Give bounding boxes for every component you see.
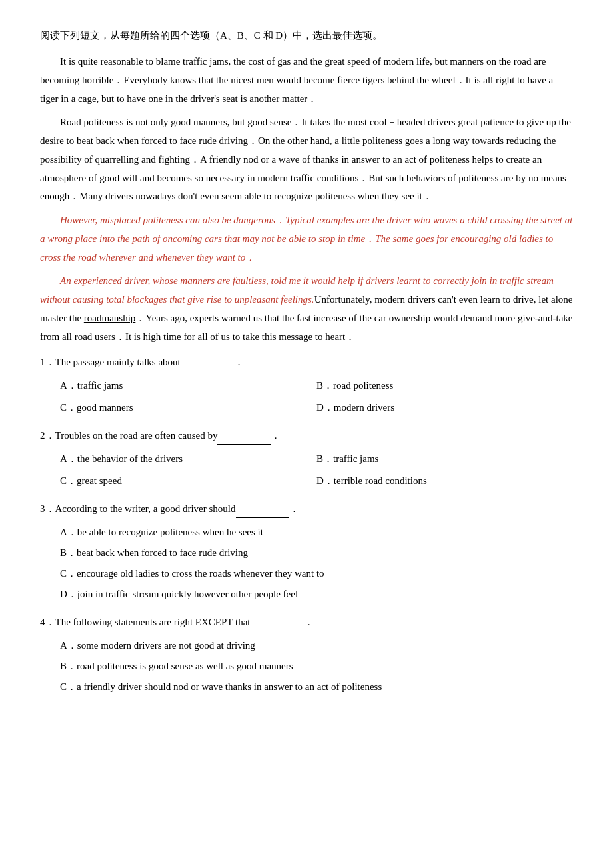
paragraph-4-underline: roadmanship bbox=[84, 313, 135, 323]
question-2-stem: 2．Troubles on the road are often caused … bbox=[40, 426, 573, 445]
question-1-option-c[interactable]: C．good manners bbox=[60, 397, 316, 418]
question-3-option-a[interactable]: A．be able to recognize politeness when h… bbox=[60, 522, 573, 543]
question-4-option-a[interactable]: A．some modern drivers are not good at dr… bbox=[60, 635, 573, 656]
paragraph-4: An experienced driver, whose manners are… bbox=[40, 272, 573, 346]
question-4-options: A．some modern drivers are not good at dr… bbox=[60, 635, 573, 697]
question-1-blank bbox=[181, 353, 234, 371]
question-2: 2．Troubles on the road are often caused … bbox=[40, 426, 573, 491]
question-4-option-b[interactable]: B．road politeness is good sense as well … bbox=[60, 656, 573, 677]
question-1-option-b[interactable]: B．road politeness bbox=[316, 375, 573, 396]
question-3-option-d[interactable]: D．join in traffic stream quickly however… bbox=[60, 584, 573, 605]
question-1: 1．The passage mainly talks about ． A．tra… bbox=[40, 353, 573, 418]
questions-section: 1．The passage mainly talks about ． A．tra… bbox=[40, 353, 573, 697]
question-4-option-c[interactable]: C．a friendly driver should nod or wave t… bbox=[60, 677, 573, 697]
question-2-option-b[interactable]: B．traffic jams bbox=[316, 449, 573, 469]
paragraph-1: It is quite reasonable to blame traffic … bbox=[40, 53, 573, 108]
question-2-option-c[interactable]: C．great speed bbox=[60, 471, 316, 491]
question-3-option-b[interactable]: B．beat back when forced to face rude dri… bbox=[60, 543, 573, 563]
question-3: 3．According to the writer, a good driver… bbox=[40, 499, 573, 605]
question-1-stem: 1．The passage mainly talks about ． bbox=[40, 353, 573, 371]
question-3-options: A．be able to recognize politeness when h… bbox=[60, 522, 573, 605]
question-4-stem: 4．The following statements are right EXC… bbox=[40, 613, 573, 631]
question-2-options: A．the behavior of the drivers B．traffic … bbox=[60, 449, 573, 491]
question-1-options: A．traffic jams B．road politeness C．good … bbox=[60, 375, 573, 418]
question-3-blank bbox=[236, 499, 289, 518]
question-2-option-a[interactable]: A．the behavior of the drivers bbox=[60, 449, 316, 469]
paragraph-3: However, misplaced politeness can also b… bbox=[40, 211, 573, 267]
passage: It is quite reasonable to blame traffic … bbox=[40, 53, 573, 346]
question-1-option-d[interactable]: D．modern drivers bbox=[316, 397, 573, 418]
question-3-stem: 3．According to the writer, a good driver… bbox=[40, 499, 573, 518]
paragraph-2: Road politeness is not only good manners… bbox=[40, 113, 573, 206]
instruction-text: 阅读下列短文，从每题所给的四个选项（A、B、C 和 D）中，选出最佳选项。 bbox=[40, 27, 573, 45]
question-1-option-a[interactable]: A．traffic jams bbox=[60, 375, 316, 396]
question-4: 4．The following statements are right EXC… bbox=[40, 613, 573, 697]
question-3-option-c[interactable]: C．encourage old ladies to cross the road… bbox=[60, 563, 573, 584]
question-2-option-d[interactable]: D．terrible road conditions bbox=[316, 471, 573, 491]
question-4-blank bbox=[251, 613, 304, 631]
question-2-blank bbox=[217, 426, 271, 445]
